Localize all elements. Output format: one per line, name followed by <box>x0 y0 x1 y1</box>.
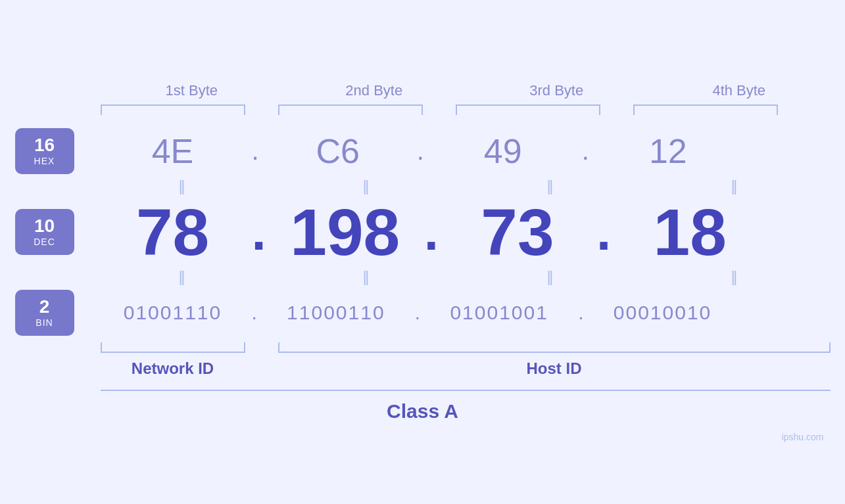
dec-byte4: 18 <box>617 199 762 265</box>
bin-base-number: 2 <box>39 297 50 317</box>
byte4-top-bracket <box>633 104 778 115</box>
equals2-byte1: ‖ <box>101 269 265 286</box>
bin-dot2: . <box>415 302 420 324</box>
byte3-top-bracket <box>456 104 600 115</box>
dec-byte3: 73 <box>445 199 590 265</box>
class-bracket-line <box>101 390 831 391</box>
hex-byte4: 12 <box>596 131 740 171</box>
bin-byte3: 01001001 <box>427 302 571 324</box>
hex-dot1: . <box>252 136 259 166</box>
network-id-bracket <box>101 342 245 353</box>
byte4-header: 4th Byte <box>657 82 821 99</box>
dec-base-number: 10 <box>34 216 55 237</box>
hex-byte1: 4E <box>101 131 245 171</box>
byte3-header: 3rd Byte <box>474 82 639 99</box>
hex-badge: 16 HEX <box>15 128 74 174</box>
hex-dot2: . <box>417 136 424 166</box>
host-id-bracket <box>278 342 831 353</box>
byte1-top-bracket <box>101 104 245 115</box>
equals2-byte3: ‖ <box>469 269 633 286</box>
dec-byte1: 78 <box>101 199 245 265</box>
dec-badge: 10 DEC <box>15 209 74 255</box>
bin-byte4: 00010010 <box>591 302 735 324</box>
host-id-label: Host ID <box>278 359 831 378</box>
hex-byte2: C6 <box>266 131 410 171</box>
bin-badge: 2 BIN <box>15 290 74 336</box>
dec-dot1: . <box>252 206 266 258</box>
bin-byte1: 01001110 <box>101 302 245 324</box>
equals1-byte1: ‖ <box>101 178 265 195</box>
dec-base-label: DEC <box>34 237 55 247</box>
hex-base-label: HEX <box>34 156 55 166</box>
bin-dot3: . <box>578 302 583 324</box>
class-a-label: Class A <box>387 400 458 423</box>
equals1-byte3: ‖ <box>469 178 633 195</box>
equals2-byte2: ‖ <box>285 269 449 286</box>
hex-base-number: 16 <box>34 135 55 156</box>
bin-dot1: . <box>252 302 257 324</box>
equals1-byte2: ‖ <box>285 178 449 195</box>
hex-dot3: . <box>582 136 589 166</box>
watermark: ipshu.com <box>782 432 824 442</box>
dec-dot3: . <box>596 206 611 258</box>
equals2-byte4: ‖ <box>653 269 817 286</box>
byte1-header: 1st Byte <box>109 82 274 99</box>
dec-byte2: 198 <box>273 199 418 265</box>
byte2-top-bracket <box>278 104 423 115</box>
bin-base-label: BIN <box>36 317 53 328</box>
equals1-byte4: ‖ <box>653 178 817 195</box>
dec-dot2: . <box>424 206 439 258</box>
hex-byte3: 49 <box>431 131 575 171</box>
network-id-label: Network ID <box>101 359 245 378</box>
byte2-header: 2nd Byte <box>292 82 456 99</box>
bin-byte2: 11000110 <box>264 302 408 324</box>
